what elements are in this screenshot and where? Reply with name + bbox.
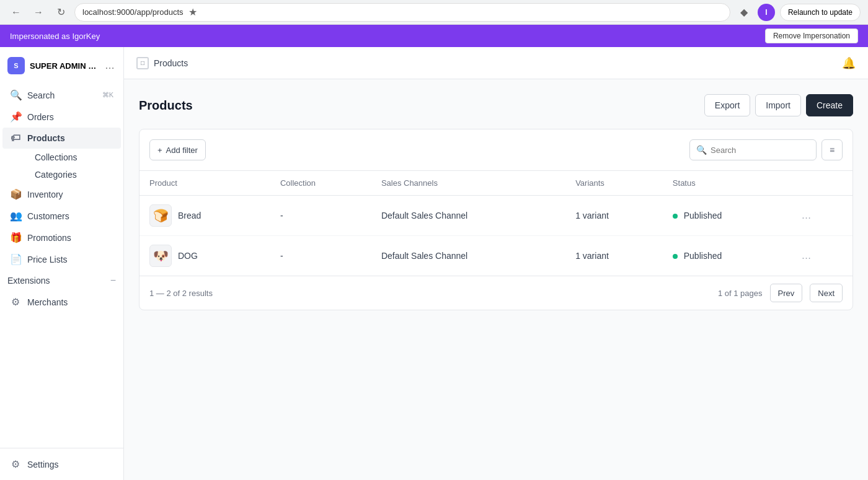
bookmark-icon[interactable]: ★ (188, 6, 197, 18)
extensions-icon[interactable]: ◆ (735, 4, 753, 21)
product-collection: - (270, 236, 371, 276)
sidebar-item-categories[interactable]: Categories (27, 166, 121, 183)
table-row[interactable]: 🐶 DOG - Default Sales Channel 1 variant (140, 236, 852, 276)
col-status: Status (663, 171, 789, 196)
sidebar-item-promotions[interactable]: 🎁 Promotions (2, 227, 121, 248)
search-input-wrap: 🔍 (689, 139, 817, 160)
breadcrumb: □ Products (136, 57, 188, 69)
sidebar-item-orders[interactable]: 📌 Orders (2, 106, 121, 128)
sidebar-item-label: Inventory (27, 190, 63, 199)
sidebar-item-label: Settings (27, 460, 59, 469)
sidebar-item-customers[interactable]: 👥 Customers (2, 205, 121, 227)
inventory-icon: 📦 (10, 188, 21, 200)
product-name-cell: 🍞 Bread (140, 196, 270, 236)
browser-chrome: ← → ↻ localhost:9000/app/products ★ ◆ I … (0, 0, 868, 25)
export-button[interactable]: Export (704, 94, 750, 116)
status-dot (673, 254, 678, 259)
notifications-button[interactable]: 🔔 (842, 56, 856, 70)
table-header-row: Product Collection Sales Channels Varian… (140, 171, 852, 196)
products-icon: 🏷 (10, 133, 21, 144)
row-actions-button[interactable]: … (799, 248, 814, 264)
col-product: Product (140, 171, 270, 196)
sidebar-item-inventory[interactable]: 📦 Inventory (2, 183, 121, 205)
col-variants: Variants (565, 171, 663, 196)
breadcrumb-icon: □ (136, 57, 149, 69)
products-table: Product Collection Sales Channels Varian… (140, 171, 852, 276)
product-actions: … (789, 196, 852, 236)
sidebar-item-label: Price Lists (27, 255, 68, 264)
add-filter-button[interactable]: + Add filter (149, 139, 206, 160)
sidebar-bottom: ⚙ Settings (0, 448, 123, 475)
page-count: 1 of 1 pages (718, 289, 763, 298)
table-body: 🍞 Bread - Default Sales Channel 1 varian… (140, 196, 852, 276)
plus-icon: + (157, 146, 162, 155)
minus-icon: − (110, 275, 116, 286)
col-sales-channels: Sales Channels (371, 171, 565, 196)
create-button[interactable]: Create (806, 94, 853, 116)
back-button[interactable]: ← (7, 4, 25, 21)
sidebar-item-merchants[interactable]: ⚙ Merchants (2, 291, 121, 313)
sidebar-item-products[interactable]: 🏷 Products (2, 128, 121, 149)
store-avatar: S (7, 57, 25, 74)
product-sales-channel: Default Sales Channel (371, 196, 565, 236)
row-actions-button[interactable]: … (799, 207, 814, 224)
import-button[interactable]: Import (755, 94, 801, 116)
product-name-cell: 🐶 DOG (140, 236, 270, 276)
product-collection: - (270, 196, 371, 236)
sidebar-item-label: Promotions (27, 233, 71, 243)
sidebar: S SUPER ADMIN ST... … 🔍 Search ⌘K 📌 Orde… (0, 47, 124, 480)
forward-button[interactable]: → (30, 4, 47, 21)
pagination-controls: 1 of 1 pages Prev Next (718, 284, 843, 302)
product-name: Bread (178, 211, 201, 220)
filter-row: + Add filter 🔍 ≡ (140, 129, 852, 171)
reload-button[interactable]: ↻ (52, 4, 69, 21)
sidebar-item-search[interactable]: 🔍 Search ⌘K (2, 84, 121, 106)
sidebar-item-label: Products (27, 133, 65, 143)
page-body: Products Export Import Create + Add filt… (124, 79, 868, 480)
merchants-icon: ⚙ (10, 296, 21, 308)
table-row[interactable]: 🍞 Bread - Default Sales Channel 1 varian… (140, 196, 852, 236)
extensions-section[interactable]: Extensions − (0, 270, 123, 291)
main-content: □ Products 🔔 Products Export Import Crea… (124, 47, 868, 480)
remove-impersonation-button[interactable]: Remove Impersonation (765, 28, 858, 43)
address-bar[interactable]: localhost:9000/app/products ★ (74, 3, 730, 22)
search-icon: 🔍 (696, 145, 707, 155)
search-shortcut: ⌘K (102, 91, 113, 99)
search-area: 🔍 ≡ (689, 139, 843, 160)
col-collection: Collection (270, 171, 371, 196)
page-title: Products (139, 98, 193, 113)
product-actions: … (789, 236, 852, 276)
search-input[interactable] (711, 146, 810, 155)
sidebar-nav: 🔍 Search ⌘K 📌 Orders 🏷 Products Collecti… (0, 84, 123, 448)
pagination-row: 1 — 2 of 2 results 1 of 1 pages Prev Nex… (140, 276, 852, 310)
results-count: 1 — 2 of 2 results (149, 289, 213, 298)
page-title-row: Products Export Import Create (139, 94, 853, 116)
customers-icon: 👥 (10, 210, 21, 222)
sidebar-header: S SUPER ADMIN ST... … (0, 52, 123, 79)
product-sales-channel: Default Sales Channel (371, 236, 565, 276)
prev-button[interactable]: Prev (770, 284, 803, 302)
relaunch-button[interactable]: Relaunch to update (780, 4, 861, 21)
profile-button[interactable]: I (758, 4, 775, 21)
sidebar-item-price-lists[interactable]: 📄 Price Lists (2, 248, 121, 270)
sidebar-item-label: Customers (27, 211, 69, 221)
sidebar-item-settings[interactable]: ⚙ Settings (2, 453, 121, 475)
sidebar-item-label: Search (27, 90, 55, 100)
products-sub-items: Collections Categories (0, 149, 123, 183)
store-more-button[interactable]: … (104, 59, 116, 72)
product-thumbnail: 🐶 (149, 245, 172, 267)
sidebar-item-collections[interactable]: Collections (27, 149, 121, 166)
app-layout: S SUPER ADMIN ST... … 🔍 Search ⌘K 📌 Orde… (0, 47, 868, 480)
breadcrumb-text: Products (154, 58, 188, 68)
url-text: localhost:9000/app/products (82, 7, 184, 17)
product-status: Published (663, 196, 789, 236)
product-name: DOG (178, 251, 198, 261)
sort-filter-button[interactable]: ≡ (822, 139, 843, 160)
next-button[interactable]: Next (810, 284, 843, 302)
impersonation-banner: Impersonated as IgorKey Remove Impersona… (0, 25, 868, 47)
extensions-label: Extensions (7, 276, 50, 286)
col-actions (789, 171, 852, 196)
promotions-icon: 🎁 (10, 232, 21, 243)
price-lists-icon: 📄 (10, 253, 21, 265)
store-name: SUPER ADMIN ST... (30, 61, 99, 71)
